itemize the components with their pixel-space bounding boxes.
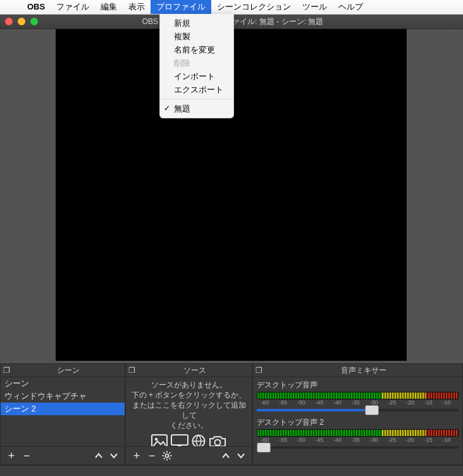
scenes-toolbar: + − — [1, 446, 125, 465]
svg-rect-2 — [171, 435, 188, 445]
svg-point-7 — [165, 454, 168, 457]
window-close-button[interactable] — [5, 18, 13, 25]
chevron-up-icon — [221, 451, 230, 460]
profile-menu-duplicate[interactable]: 複製 — [160, 30, 233, 43]
source-settings-button[interactable] — [160, 449, 174, 463]
sources-toolbar: + − — [126, 446, 252, 465]
profile-menu-export[interactable]: エクスポート — [160, 83, 233, 96]
profile-menu-separator — [160, 99, 233, 99]
slider-knob[interactable] — [365, 405, 379, 415]
scenes-panel-title: シーン — [12, 365, 125, 376]
sources-body[interactable]: ソースがありません。 下の + ボタンをクリックするか、 またはここを右クリック… — [126, 377, 252, 446]
scenes-list: シーン ウィンドウキャプチャ シーン 2 — [1, 377, 125, 415]
profile-menu-dropdown: 新規 複製 名前を変更 削除 インポート エクスポート 無題 — [159, 14, 234, 118]
svg-line-12 — [164, 453, 165, 454]
dock-icon[interactable]: ❐ — [1, 366, 12, 375]
profile-menu-new[interactable]: 新規 — [160, 16, 233, 30]
menu-tools[interactable]: ツール — [297, 0, 333, 14]
menu-view[interactable]: 表示 — [123, 0, 151, 14]
dock-icon[interactable]: ❐ — [253, 366, 264, 375]
scene-down-button[interactable] — [107, 449, 121, 463]
scene-item-selected[interactable]: シーン 2 — [1, 403, 125, 415]
sources-empty-hint: ソースがありません。 下の + ボタンをクリックするか、 またはここを右クリック… — [126, 377, 252, 430]
slider-knob[interactable] — [257, 442, 271, 453]
svg-line-13 — [170, 458, 171, 460]
add-source-button[interactable]: + — [130, 449, 144, 463]
menu-scene-collection[interactable]: シーンコレクション — [211, 0, 297, 14]
dock-icon[interactable]: ❐ — [126, 366, 137, 375]
menu-file[interactable]: ファイル — [51, 0, 95, 14]
svg-rect-3 — [178, 445, 182, 446]
mixer-panel-title: 音声ミキサー — [264, 365, 462, 376]
profile-menu-rename[interactable]: 名前を変更 — [160, 43, 233, 56]
scene-item[interactable]: シーン — [1, 377, 125, 390]
svg-point-1 — [155, 438, 158, 441]
mixer-track-1-meter — [257, 392, 459, 399]
profile-menu-current[interactable]: 無題 — [160, 102, 233, 115]
scene-item[interactable]: ウィンドウキャプチャ — [1, 390, 125, 403]
mixer-ticks: -60 -55 -50 -45 -40 -35 -30 -25 -20 -15 … — [257, 399, 459, 406]
window-zoom-button[interactable] — [30, 18, 38, 25]
source-down-button[interactable] — [234, 449, 248, 463]
svg-point-6 — [214, 440, 220, 446]
chevron-down-icon — [237, 451, 245, 460]
scenes-panel: ❐ シーン シーン ウィンドウキャプチャ シーン 2 + − — [0, 364, 125, 465]
sources-panel-title: ソース — [137, 365, 252, 376]
window-statusbar — [0, 465, 463, 476]
monitor-icon — [170, 434, 189, 446]
mixer-track-1-volume-slider[interactable] — [257, 407, 459, 413]
mixer-track-1: デスクトップ音声 -60 -55 -50 -45 -40 -35 -30 -25… — [257, 380, 459, 413]
remove-scene-button[interactable]: − — [20, 449, 34, 463]
chevron-up-icon — [94, 451, 103, 460]
mac-menubar: OBS ファイル 編集 表示 プロファイル シーンコレクション ツール ヘルプ — [0, 0, 463, 15]
window-minimize-button[interactable] — [18, 18, 25, 25]
add-scene-button[interactable]: + — [4, 449, 18, 463]
remove-source-button[interactable]: − — [145, 449, 159, 463]
svg-line-15 — [170, 453, 171, 454]
scene-up-button[interactable] — [92, 449, 106, 463]
camera-icon — [209, 434, 226, 446]
menu-edit[interactable]: 編集 — [95, 0, 123, 14]
profile-menu-delete: 削除 — [160, 56, 233, 70]
mixer-track-2-meter — [257, 429, 459, 437]
profile-menu-import[interactable]: インポート — [160, 70, 233, 83]
globe-icon — [191, 434, 206, 446]
chevron-down-icon — [109, 451, 118, 460]
mixer-track-2: デスクトップ音声 2 -60 -55 -50 -45 -40 -35 -30 -… — [257, 417, 459, 451]
image-icon — [151, 434, 168, 446]
source-up-button[interactable] — [219, 449, 233, 463]
mixer-track-2-volume-slider[interactable] — [257, 444, 459, 451]
gear-icon — [162, 451, 172, 461]
mixer-track-2-label: デスクトップ音声 2 — [257, 417, 459, 428]
mixer-ticks: -60 -55 -50 -45 -40 -35 -30 -25 -20 -15 … — [257, 437, 459, 443]
audio-mixer-panel: ❐ 音声ミキサー デスクトップ音声 -60 -55 -50 -45 -40 -3… — [252, 364, 463, 465]
svg-line-14 — [164, 458, 165, 460]
menubar-appname[interactable]: OBS — [22, 0, 51, 14]
sources-panel: ❐ ソース ソースがありません。 下の + ボタンをクリックするか、 またはここ… — [125, 364, 252, 465]
menu-help[interactable]: ヘルプ — [333, 0, 369, 14]
menu-profile[interactable]: プロファイル — [151, 0, 211, 14]
mixer-track-1-label: デスクトップ音声 — [257, 380, 459, 391]
